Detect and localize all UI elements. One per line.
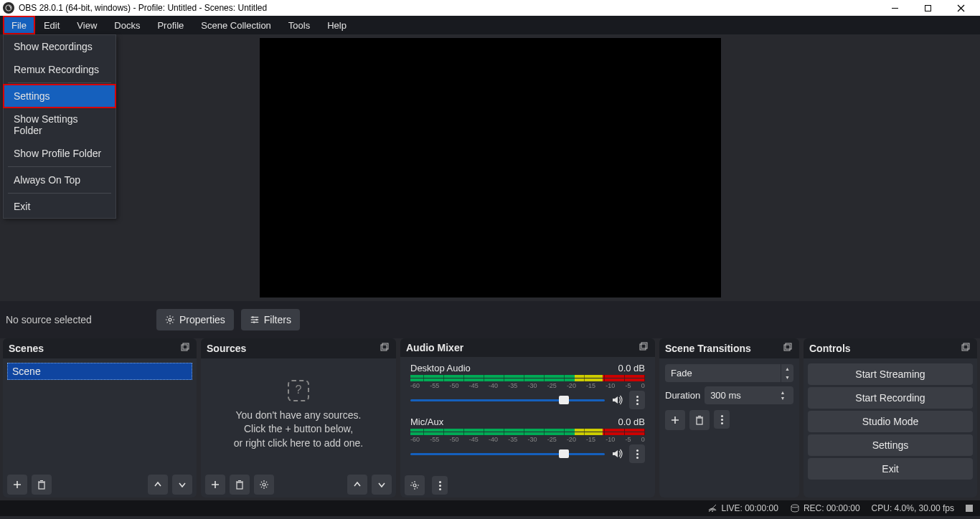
svg-point-41	[791, 505, 798, 508]
meter-ticks: -60-55-50-45-40-35-30-25-20-15-10-50	[410, 382, 645, 389]
menu-separator	[8, 82, 111, 83]
audio-mixer-panel: Audio Mixer Desktop Audio 0.0 dB -60-55-…	[400, 338, 655, 497]
filters-label: Filters	[264, 314, 291, 325]
filters-icon	[250, 315, 260, 325]
menu-profile[interactable]: Profile	[149, 16, 192, 34]
remove-transition-button[interactable]	[689, 410, 710, 430]
add-transition-button[interactable]	[665, 410, 685, 430]
mixer-channel: Desktop Audio 0.0 dB -60-55-50-45-40-35-…	[405, 361, 651, 415]
channel-name: Mic/Aux	[410, 416, 443, 427]
svg-rect-2	[925, 5, 930, 11]
close-button[interactable]	[944, 0, 977, 16]
dock-popout-icon[interactable]	[379, 343, 390, 354]
dock-popout-icon[interactable]	[638, 342, 649, 353]
properties-button[interactable]: Properties	[156, 309, 234, 330]
duration-spinbox[interactable]: ▲▼	[778, 390, 788, 401]
file-menu-dropdown: Show Recordings Remux Recordings Setting…	[3, 34, 116, 219]
volume-slider[interactable]	[410, 399, 605, 401]
menu-docks[interactable]: Docks	[105, 16, 149, 34]
channel-name: Desktop Audio	[410, 363, 471, 373]
sources-title: Sources	[207, 343, 246, 354]
svg-rect-37	[962, 345, 968, 351]
rec-status: REC: 00:00:00	[804, 503, 860, 513]
file-menu-always-on-top[interactable]: Always On Top	[4, 168, 116, 191]
svg-rect-30	[784, 345, 790, 351]
dock-popout-icon[interactable]	[179, 343, 191, 354]
add-source-button[interactable]	[205, 475, 225, 495]
file-menu-show-settings-folder[interactable]: Show Settings Folder	[4, 108, 116, 142]
transition-select[interactable]: Fade ▲▼	[665, 364, 793, 382]
speaker-icon[interactable]	[611, 394, 623, 406]
channel-level: 0.0 dB	[618, 416, 645, 427]
svg-point-39	[712, 510, 713, 512]
menu-view[interactable]: View	[68, 16, 105, 34]
minimize-button[interactable]	[878, 0, 911, 16]
scenes-title: Scenes	[9, 343, 44, 354]
file-menu-show-recordings[interactable]: Show Recordings	[4, 35, 116, 58]
controls-title: Controls	[809, 343, 851, 354]
channel-menu-button[interactable]	[629, 391, 645, 409]
move-source-up-button[interactable]	[347, 475, 367, 495]
filters-button[interactable]: Filters	[241, 309, 300, 330]
source-toolbar: No source selected Properties Filters	[0, 301, 980, 338]
source-properties-button[interactable]	[254, 475, 274, 495]
settings-button[interactable]: Settings	[808, 434, 973, 456]
svg-rect-12	[182, 345, 187, 351]
scenes-panel: Scenes Scene	[3, 338, 197, 497]
move-scene-down-button[interactable]	[172, 475, 192, 495]
preview-canvas[interactable]	[260, 38, 721, 297]
add-scene-button[interactable]	[7, 475, 27, 495]
file-menu-show-profile-folder[interactable]: Show Profile Folder	[4, 142, 116, 165]
start-streaming-button[interactable]: Start Streaming	[808, 363, 973, 385]
duration-input[interactable]: 300 ms ▲▼	[705, 386, 793, 404]
exit-button[interactable]: Exit	[808, 458, 973, 480]
titlebar: OBS 28.0.1 (64-bit, windows) - Profile: …	[0, 0, 980, 16]
audio-meter	[410, 432, 645, 435]
audio-meter	[410, 429, 645, 432]
channel-menu-button[interactable]	[629, 444, 645, 463]
menu-edit[interactable]: Edit	[35, 16, 68, 34]
menu-help[interactable]: Help	[319, 16, 355, 34]
maximize-button[interactable]	[911, 0, 944, 16]
duration-value: 300 ms	[710, 390, 741, 401]
svg-point-9	[252, 316, 254, 318]
svg-rect-16	[39, 482, 44, 489]
mixer-advanced-button[interactable]	[405, 475, 425, 495]
sources-empty-state[interactable]: ? You don't have any sources. Click the …	[205, 363, 392, 467]
network-icon	[707, 503, 717, 513]
remove-scene-button[interactable]	[32, 475, 52, 495]
transitions-title: Scene Transitions	[665, 343, 751, 354]
dock-popout-icon[interactable]	[960, 343, 971, 354]
menu-scene-collection[interactable]: Scene Collection	[192, 16, 280, 34]
mixer-channel: Mic/Aux 0.0 dB -60-55-50-45-40-35-30-25-…	[405, 415, 651, 469]
mixer-menu-button[interactable]	[432, 476, 448, 495]
duration-label: Duration	[665, 390, 700, 401]
audio-meter	[410, 378, 645, 381]
svg-rect-20	[382, 343, 388, 349]
svg-point-29	[413, 484, 416, 487]
channel-level: 0.0 dB	[618, 363, 645, 373]
svg-rect-38	[963, 343, 969, 349]
scene-item[interactable]: Scene	[7, 363, 192, 380]
controls-panel: Controls Start Streaming Start Recording…	[804, 338, 977, 497]
gear-icon	[165, 315, 175, 325]
remove-source-button[interactable]	[230, 475, 250, 495]
transition-menu-button[interactable]	[714, 410, 730, 429]
move-source-down-button[interactable]	[372, 475, 392, 495]
move-scene-up-button[interactable]	[148, 475, 168, 495]
empty-line-2: Click the + button below,	[244, 422, 353, 437]
dock-popout-icon[interactable]	[782, 343, 793, 354]
menu-file[interactable]: File	[3, 16, 35, 34]
file-menu-remux-recordings[interactable]: Remux Recordings	[4, 58, 116, 81]
no-source-label: No source selected	[6, 314, 149, 325]
transition-spinbox[interactable]: ▲▼	[781, 364, 793, 382]
start-recording-button[interactable]: Start Recording	[808, 387, 973, 409]
speaker-icon[interactable]	[611, 447, 623, 460]
menu-tools[interactable]: Tools	[280, 16, 319, 34]
mixer-title: Audio Mixer	[406, 342, 463, 353]
volume-slider[interactable]	[410, 453, 605, 455]
file-menu-settings[interactable]: Settings	[4, 85, 116, 108]
file-menu-exit[interactable]: Exit	[4, 195, 116, 218]
studio-mode-button[interactable]: Studio Mode	[808, 411, 973, 432]
menu-separator	[8, 193, 111, 194]
